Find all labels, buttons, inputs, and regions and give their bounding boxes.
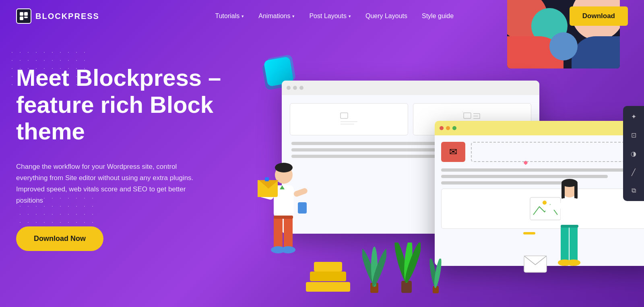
nav-animations[interactable]: Animations ▾ [258, 12, 295, 20]
logo-text: BLOCKPRESS [35, 12, 99, 21]
nav-style-guide[interactable]: Style guide [422, 12, 454, 20]
browser-dot-red [440, 126, 444, 130]
svg-rect-43 [574, 183, 578, 199]
svg-rect-4 [341, 113, 348, 118]
accent-dot-blue [265, 177, 269, 181]
hero-description: Change the workflow for your Wordpress s… [16, 161, 209, 206]
layout-card-1 [290, 103, 408, 135]
plant-group [362, 243, 445, 295]
svg-point-51 [567, 259, 580, 266]
svg-rect-2 [20, 17, 23, 20]
browser-dot-green [452, 126, 456, 130]
svg-rect-48 [561, 226, 569, 262]
browser-bar-2 [435, 121, 644, 135]
person-2 [545, 174, 594, 295]
svg-rect-21 [274, 216, 283, 249]
header: BLOCKPRESS Tutorials ▾ Animations ▾ Post… [0, 0, 644, 32]
stacked-boxes [306, 253, 354, 295]
nav-post-layouts[interactable]: Post Layouts ▾ [309, 12, 351, 20]
svg-rect-25 [274, 216, 293, 219]
triangle-accent [280, 185, 285, 189]
svg-rect-7 [464, 113, 471, 118]
chevron-down-icon: ▾ [292, 14, 295, 19]
content-row-lines [435, 168, 644, 185]
toolbar-icon-sparkle[interactable]: ✦ [628, 111, 639, 122]
svg-rect-37 [306, 282, 350, 292]
email-icon-box: ✉ [441, 142, 465, 162]
svg-point-14 [275, 163, 293, 172]
illustration-area: ✉ [242, 40, 620, 307]
side-toolbar: ✦ ⊡ ◑ ╱ ⧉ [623, 106, 644, 201]
browser-dot-1 [287, 86, 291, 90]
svg-rect-49 [570, 226, 578, 262]
svg-point-24 [281, 246, 295, 253]
browser-dot-2 [293, 86, 297, 90]
hero-content: Meet Blockpress – feature rich Block the… [16, 64, 250, 251]
svg-rect-0 [20, 12, 23, 16]
nav-tutorials[interactable]: Tutorials ▾ [215, 12, 244, 20]
chevron-down-icon: ▾ [242, 14, 244, 19]
main-nav: Tutorials ▾ Animations ▾ Post Layouts ▾ … [215, 12, 454, 20]
toolbar-icon-pencil[interactable]: ╱ [628, 166, 639, 178]
svg-rect-20 [298, 202, 307, 214]
browser-bar-1 [282, 81, 539, 95]
chevron-down-icon: ▾ [349, 14, 351, 19]
logo-icon [16, 8, 31, 24]
logo[interactable]: BLOCKPRESS [16, 8, 99, 24]
hero-title: Meet Blockpress – feature rich Block the… [16, 64, 250, 145]
svg-rect-42 [561, 183, 565, 199]
browser-dot-yellow [446, 126, 450, 130]
image-card [441, 189, 644, 229]
content-line [441, 168, 644, 172]
browser-dot-3 [299, 86, 303, 90]
accent-dot-yellow [523, 232, 535, 234]
svg-rect-52 [561, 225, 578, 228]
envelope-bottom [523, 255, 547, 275]
hero-section: BLOCKPRESS Tutorials ▾ Animations ▾ Post… [0, 0, 644, 307]
svg-rect-22 [284, 216, 293, 249]
svg-line-8 [462, 111, 464, 113]
browser-window-2: ✉ [435, 121, 644, 266]
download-button[interactable]: Download [570, 6, 628, 26]
dashed-placeholder [471, 142, 644, 162]
svg-rect-1 [24, 12, 28, 16]
nav-query-layouts[interactable]: Query Layouts [365, 12, 407, 20]
svg-rect-3 [24, 17, 28, 18]
toolbar-icon-copy[interactable]: ⧉ [628, 185, 639, 196]
toolbar-icon-crop[interactable]: ⊡ [628, 129, 639, 141]
svg-rect-19 [293, 187, 308, 197]
svg-rect-38 [310, 272, 346, 281]
browser-content-2-header: ✉ [435, 135, 644, 168]
toolbar-icon-contrast[interactable]: ◑ [628, 148, 639, 159]
download-now-button[interactable]: Download Now [16, 226, 103, 251]
svg-rect-39 [314, 262, 342, 272]
svg-rect-44 [561, 198, 578, 226]
